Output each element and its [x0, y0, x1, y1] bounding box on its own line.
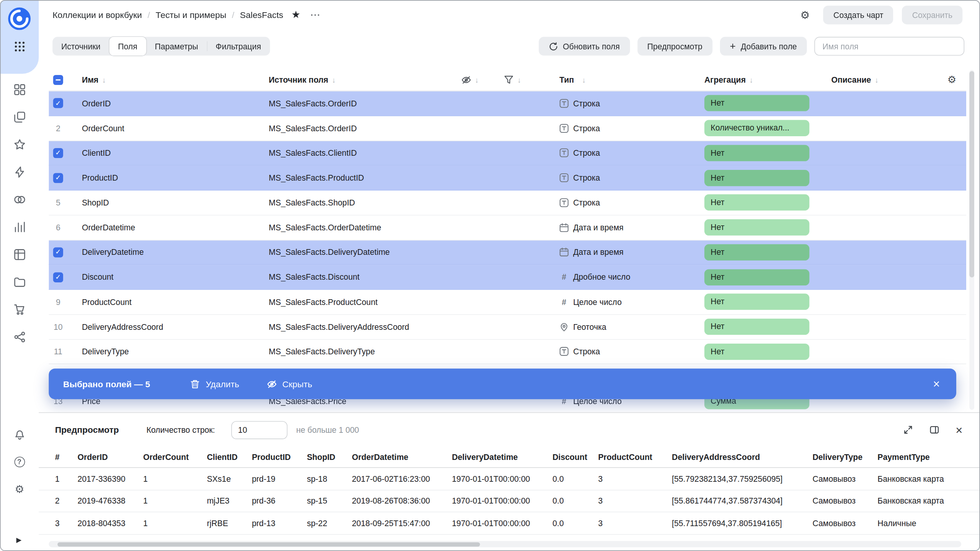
help-icon[interactable]: ? — [13, 455, 26, 468]
field-row-OrderDatetime[interactable]: 6OrderDatetimeMS_SalesFacts.OrderDatetim… — [49, 215, 966, 240]
field-row-ProductID[interactable]: ✓ProductIDMS_SalesFacts.ProductIDСтрокаН… — [49, 166, 966, 191]
hide-selected-button[interactable]: Скрыть — [267, 379, 312, 389]
select-all-checkbox[interactable] — [53, 75, 63, 85]
table-icon[interactable] — [13, 248, 26, 261]
field-row-ClientID[interactable]: ✓ClientIDMS_SalesFacts.ClientIDСтрокаНет — [49, 141, 966, 166]
field-aggregation[interactable]: Нет — [700, 269, 819, 285]
tab-filtering[interactable]: Фильтрация — [207, 37, 270, 55]
bar-chart-icon[interactable] — [13, 220, 26, 233]
tab-sources[interactable]: Источники — [52, 37, 109, 55]
create-chart-button[interactable]: Создать чарт — [823, 6, 893, 24]
row-checkbox[interactable]: ✓ — [53, 247, 63, 257]
field-type[interactable]: #Дробное число — [545, 272, 700, 282]
column-header-description[interactable]: Описание↓ — [819, 75, 938, 84]
field-type[interactable]: Строка — [545, 124, 700, 133]
field-type[interactable]: Дата и время — [545, 248, 700, 257]
field-aggregation[interactable]: Нет — [700, 244, 819, 260]
field-aggregation[interactable]: Нет — [700, 170, 819, 186]
row-count-input[interactable] — [231, 421, 287, 439]
field-type[interactable]: Геоточка — [545, 322, 700, 331]
field-aggregation[interactable]: Количество уникал... — [700, 120, 819, 136]
field-row-ProductCount[interactable]: 9ProductCountMS_SalesFacts.ProductCount#… — [49, 290, 966, 315]
expand-panel-icon[interactable]: ▶ — [16, 536, 21, 544]
rings-icon[interactable] — [13, 193, 26, 205]
field-row-DeliveryDatetime[interactable]: ✓DeliveryDatetimeMS_SalesFacts.DeliveryD… — [49, 240, 966, 265]
field-row-OrderCount[interactable]: 2OrderCountMS_SalesFacts.OrderIDСтрокаКо… — [49, 116, 966, 141]
column-header-name[interactable]: Имя↓ — [74, 75, 265, 84]
field-aggregation[interactable]: Нет — [700, 145, 819, 161]
folder-icon[interactable] — [13, 276, 26, 288]
preview-toggle-button[interactable]: Предпросмотр — [637, 37, 712, 55]
column-header-source[interactable]: Источник поля↓ — [265, 75, 452, 84]
breadcrumb-collections[interactable]: Коллекции и воркбуки — [52, 10, 142, 20]
field-type[interactable]: #Целое число — [545, 297, 700, 306]
dataset-settings-gear-icon[interactable]: ⚙ — [800, 10, 810, 20]
refresh-fields-button[interactable]: Обновить поля — [539, 37, 630, 55]
table-settings-gear-icon[interactable]: ⚙ — [938, 75, 966, 85]
scrollbar-thumb[interactable] — [969, 71, 974, 277]
column-header-aggregation[interactable]: Агрегация↓ — [700, 75, 819, 84]
tab-fields[interactable]: Поля — [109, 37, 146, 55]
favorite-star-icon[interactable]: ★ — [291, 10, 300, 20]
cart-icon[interactable] — [13, 303, 26, 316]
field-row-DeliveryAddressCoord[interactable]: 10DeliveryAddressCoordMS_SalesFacts.Deli… — [49, 315, 966, 339]
save-button[interactable]: Сохранить — [902, 6, 963, 24]
split-view-icon[interactable] — [929, 425, 939, 435]
column-header-filter[interactable]: ↓ — [494, 75, 545, 85]
field-type[interactable]: Строка — [545, 148, 700, 158]
column-header-hidden[interactable]: ↓ — [452, 75, 494, 85]
aggregation-badge[interactable]: Нет — [704, 194, 809, 210]
more-menu-icon[interactable]: ••• — [311, 12, 321, 18]
aggregation-badge[interactable]: Нет — [704, 319, 809, 335]
horizontal-scrollbar[interactable] — [49, 541, 961, 547]
field-row-ShopID[interactable]: 5ShopIDMS_SalesFacts.ShopIDСтрокаНет — [49, 191, 966, 215]
row-checkbox[interactable]: ✓ — [53, 173, 63, 183]
row-checkbox[interactable]: ✓ — [53, 272, 63, 282]
layers-icon[interactable] — [13, 111, 26, 123]
delete-selected-button[interactable]: Удалить — [190, 379, 239, 389]
aggregation-badge[interactable]: Нет — [704, 95, 809, 111]
field-aggregation[interactable]: Нет — [700, 294, 819, 310]
field-row-OrderID[interactable]: ✓OrderIDMS_SalesFacts.OrderIDСтрокаНет — [49, 91, 966, 116]
star-icon[interactable] — [13, 138, 26, 151]
row-checkbox[interactable]: ✓ — [53, 98, 63, 108]
field-type[interactable]: Дата и время — [545, 223, 700, 232]
aggregation-badge[interactable]: Нет — [704, 170, 809, 186]
grid-icon[interactable] — [13, 83, 26, 96]
field-row-DeliveryType[interactable]: 11DeliveryTypeMS_SalesFacts.DeliveryType… — [49, 339, 966, 364]
field-name-input[interactable] — [814, 37, 964, 55]
field-aggregation[interactable]: Нет — [700, 319, 819, 335]
settings-icon[interactable]: ⚙ — [13, 483, 26, 496]
aggregation-badge[interactable]: Нет — [704, 244, 809, 260]
field-type[interactable]: Строка — [545, 99, 700, 108]
aggregation-badge[interactable]: Количество уникал... — [704, 120, 809, 136]
bolt-icon[interactable] — [13, 166, 26, 178]
row-checkbox[interactable]: ✓ — [53, 148, 63, 158]
close-preview-icon[interactable]: × — [956, 424, 962, 436]
field-row-Discount[interactable]: ✓DiscountMS_SalesFacts.Discount#Дробное … — [49, 265, 966, 290]
column-header-type[interactable]: Тип↓ — [545, 75, 700, 84]
aggregation-badge[interactable]: Нет — [704, 219, 809, 235]
add-field-button[interactable]: + Добавить поле — [720, 37, 807, 55]
vertical-scrollbar[interactable] — [969, 70, 974, 410]
tab-parameters[interactable]: Параметры — [146, 37, 207, 55]
datalens-logo-icon[interactable] — [8, 7, 31, 31]
bell-icon[interactable] — [13, 428, 26, 440]
field-aggregation[interactable]: Нет — [700, 194, 819, 210]
breadcrumb-current[interactable]: SalesFacts — [240, 10, 283, 20]
aggregation-badge[interactable]: Нет — [704, 269, 809, 285]
field-aggregation[interactable]: Нет — [700, 95, 819, 111]
expand-preview-icon[interactable] — [903, 425, 913, 435]
flow-icon[interactable] — [13, 331, 26, 343]
scrollbar-thumb[interactable] — [57, 542, 480, 546]
aggregation-badge[interactable]: Нет — [704, 344, 809, 360]
close-selection-icon[interactable]: × — [933, 378, 940, 390]
field-type[interactable]: Строка — [545, 347, 700, 356]
field-aggregation[interactable]: Нет — [700, 219, 819, 235]
field-aggregation[interactable]: Нет — [700, 344, 819, 360]
aggregation-badge[interactable]: Нет — [704, 145, 809, 161]
aggregation-badge[interactable]: Нет — [704, 294, 809, 310]
field-type[interactable]: Строка — [545, 198, 700, 207]
field-type[interactable]: Строка — [545, 173, 700, 182]
apps-grid-icon[interactable] — [13, 40, 26, 52]
